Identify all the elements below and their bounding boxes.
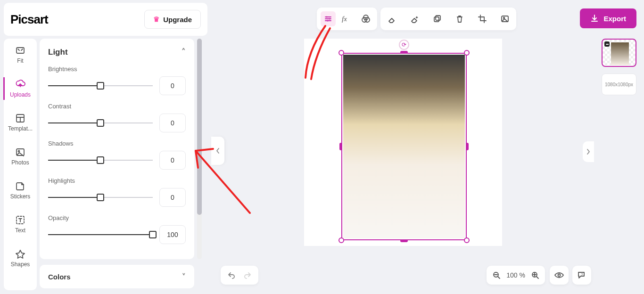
svg-rect-8 bbox=[436, 16, 440, 20]
selection-frame bbox=[341, 53, 467, 240]
svg-point-14 bbox=[18, 151, 20, 152]
panel-collapse-handle[interactable] bbox=[211, 137, 224, 165]
uploads-icon bbox=[15, 79, 25, 90]
image-tools-group: fx bbox=[317, 8, 377, 30]
chevron-up-icon[interactable]: ˄ bbox=[182, 47, 186, 57]
light-heading: Light bbox=[48, 48, 68, 57]
brightness-value[interactable]: 0 bbox=[159, 76, 186, 95]
eraser-icon[interactable] bbox=[384, 11, 399, 26]
shapes-icon bbox=[15, 249, 25, 259]
nav-shapes[interactable]: Shapes bbox=[4, 247, 37, 270]
zoom-level: 100 % bbox=[506, 271, 525, 279]
panel-scrollbar[interactable] bbox=[197, 39, 202, 259]
edit-tools-group bbox=[380, 8, 516, 30]
contrast-value[interactable]: 0 bbox=[159, 114, 186, 132]
nav-stickers[interactable]: Stickers bbox=[4, 179, 37, 202]
export-button[interactable]: Export bbox=[580, 8, 636, 28]
opacity-label: Opacity bbox=[48, 214, 186, 221]
export-label: Export bbox=[603, 15, 626, 23]
selection-handle-bl[interactable] bbox=[339, 237, 344, 243]
selection-edge-bottom[interactable] bbox=[400, 239, 408, 242]
svg-point-2 bbox=[327, 20, 329, 22]
colors-heading: Colors bbox=[48, 273, 71, 281]
brand-logo: Picsart bbox=[10, 12, 48, 27]
upgrade-button[interactable]: ♛ Upgrade bbox=[144, 10, 201, 29]
rotate-handle[interactable]: ⟳ bbox=[399, 40, 409, 50]
preview-toggle[interactable] bbox=[550, 266, 569, 285]
contrast-slider[interactable] bbox=[48, 119, 153, 127]
brightness-slider[interactable] bbox=[48, 82, 153, 90]
highlights-value[interactable]: 0 bbox=[159, 188, 186, 207]
svg-text:?: ? bbox=[581, 272, 583, 277]
canvas-size-label: 1080x1080px bbox=[605, 82, 633, 87]
highlights-slider[interactable] bbox=[48, 194, 153, 201]
blend-icon[interactable] bbox=[358, 11, 373, 26]
canvas-size-tile[interactable]: 1080x1080px bbox=[602, 74, 636, 95]
layer-options-icon[interactable]: ••• bbox=[604, 41, 610, 47]
selection-handle-br[interactable] bbox=[464, 237, 470, 243]
duplicate-icon[interactable] bbox=[429, 11, 445, 26]
colors-section-toggle[interactable]: Colors ˅ bbox=[40, 265, 194, 288]
opacity-slider[interactable] bbox=[48, 231, 153, 238]
selection-edge-top[interactable] bbox=[400, 51, 408, 54]
fx-icon[interactable]: fx bbox=[339, 11, 355, 26]
opacity-value[interactable]: 100 bbox=[159, 225, 186, 244]
layer-thumbnail-active[interactable]: ••• bbox=[602, 39, 636, 67]
nav-fit[interactable]: Fit bbox=[4, 43, 37, 66]
zoom-out-icon[interactable] bbox=[492, 271, 501, 279]
selection-handle-tr[interactable] bbox=[464, 50, 470, 56]
crown-icon: ♛ bbox=[153, 15, 159, 24]
contrast-label: Contrast bbox=[48, 103, 186, 110]
svg-point-0 bbox=[326, 16, 328, 18]
svg-point-18 bbox=[558, 274, 561, 277]
fit-icon bbox=[15, 45, 25, 56]
templates-icon bbox=[15, 113, 25, 123]
help-chat-button[interactable]: ? bbox=[572, 266, 591, 285]
stickers-icon bbox=[15, 181, 25, 191]
shadows-value[interactable]: 0 bbox=[159, 151, 186, 170]
redo-icon[interactable] bbox=[243, 271, 252, 279]
auto-eraser-icon[interactable] bbox=[407, 11, 422, 26]
adjust-icon[interactable] bbox=[321, 11, 336, 26]
highlights-label: Highlights bbox=[48, 177, 186, 184]
image-icon[interactable] bbox=[497, 11, 512, 26]
nav-rail: Fit Uploads Templat... Photos Stickers T… bbox=[4, 39, 37, 290]
right-panel-expand[interactable] bbox=[583, 141, 594, 162]
shadows-slider[interactable] bbox=[48, 156, 153, 164]
nav-templates[interactable]: Templat... bbox=[4, 111, 37, 134]
svg-point-1 bbox=[329, 18, 330, 20]
chevron-down-icon: ˅ bbox=[182, 272, 186, 281]
nav-photos[interactable]: Photos bbox=[4, 145, 37, 168]
zoom-in-icon[interactable] bbox=[531, 271, 539, 279]
undo-icon[interactable] bbox=[227, 271, 236, 279]
selection-edge-right[interactable] bbox=[466, 143, 469, 150]
svg-text:fx: fx bbox=[342, 15, 347, 23]
selection-edge-left[interactable] bbox=[339, 143, 342, 150]
selection-handle-tl[interactable] bbox=[339, 50, 344, 56]
nav-uploads[interactable]: Uploads bbox=[3, 77, 36, 100]
svg-point-10 bbox=[504, 17, 505, 19]
trash-icon[interactable] bbox=[452, 11, 467, 26]
shadows-label: Shadows bbox=[48, 140, 186, 147]
upgrade-label: Upgrade bbox=[163, 16, 192, 24]
crop-icon[interactable] bbox=[475, 11, 490, 26]
photos-icon bbox=[15, 147, 25, 157]
svg-rect-7 bbox=[434, 17, 439, 22]
nav-text[interactable]: Text bbox=[4, 213, 37, 236]
svg-rect-11 bbox=[17, 48, 24, 53]
text-icon bbox=[15, 215, 25, 225]
history-bar bbox=[221, 266, 258, 285]
brightness-label: Brightness bbox=[48, 65, 186, 73]
zoom-bar: 100 % bbox=[487, 266, 545, 285]
light-panel: Light ˄ Brightness 0 Contrast 0 Shadows bbox=[40, 39, 194, 259]
